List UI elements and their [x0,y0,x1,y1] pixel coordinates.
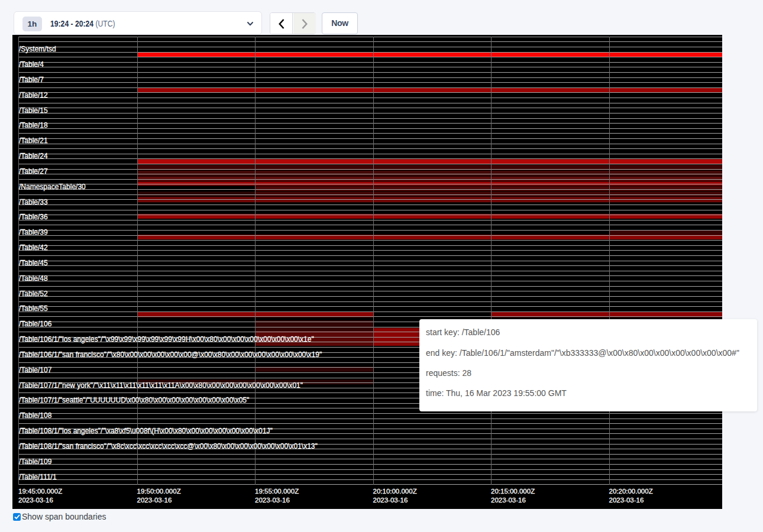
svg-text:/Table/107/1/"seattle"/"UUUUUU: /Table/107/1/"seattle"/"UUUUUUD\x00\x80\… [19,396,249,404]
svg-text:2023-03-16: 2023-03-16 [491,497,526,504]
svg-text:/NamespaceTable/30: /NamespaceTable/30 [19,183,86,191]
svg-text:19:50:00.000Z: 19:50:00.000Z [137,488,181,495]
svg-text:2023-03-16: 2023-03-16 [137,497,172,504]
svg-text:2023-03-16: 2023-03-16 [609,497,644,504]
svg-text:/Table/4: /Table/4 [19,60,44,69]
svg-text:/Table/108/1/"san francisco"/": /Table/108/1/"san francisco"/"\x8c\xcc\x… [19,442,318,450]
svg-text:/Table/108/1/"los angeles"/"\x: /Table/108/1/"los angeles"/"\xa8\xf5\u00… [19,427,273,435]
svg-text:19:55:00.000Z: 19:55:00.000Z [255,488,299,495]
svg-text:/Table/24: /Table/24 [19,152,48,160]
svg-text:/Table/52: /Table/52 [19,290,48,298]
svg-text:/Table/106: /Table/106 [19,320,52,328]
svg-text:2023-03-16: 2023-03-16 [373,497,408,504]
svg-text:2023-03-16: 2023-03-16 [18,497,53,504]
svg-text:/Table/42: /Table/42 [19,244,48,252]
svg-text:/Table/36: /Table/36 [19,213,48,221]
svg-text:20:15:00.000Z: 20:15:00.000Z [491,488,535,495]
svg-text:/Table/39: /Table/39 [19,228,48,236]
svg-text:/Table/108: /Table/108 [19,411,52,420]
svg-text:/Table/106/1/"los angeles"/"\x: /Table/106/1/"los angeles"/"\x99\x99\x99… [19,335,314,343]
svg-text:2023-03-16: 2023-03-16 [255,497,290,504]
svg-text:/Table/15: /Table/15 [19,106,48,115]
svg-text:/Table/27: /Table/27 [19,167,48,176]
svg-text:/Table/55: /Table/55 [19,304,48,313]
svg-text:/Table/109: /Table/109 [19,458,52,466]
svg-text:/Table/111/1: /Table/111/1 [19,473,57,481]
svg-text:/Table/33: /Table/33 [19,198,48,206]
svg-text:/Table/48: /Table/48 [19,274,48,283]
svg-text:19:45:00.000Z: 19:45:00.000Z [18,488,62,495]
svg-text:/Table/7: /Table/7 [19,76,44,84]
svg-text:/Table/106/1/"san francisco"/": /Table/106/1/"san francisco"/"\x80\x00\x… [19,351,322,359]
svg-text:/Table/12: /Table/12 [19,91,48,99]
svg-text:20:10:00.000Z: 20:10:00.000Z [373,488,417,495]
svg-text:/System/tsd: /System/tsd [19,45,56,53]
svg-text:/Table/21: /Table/21 [19,137,48,145]
svg-text:/Table/18: /Table/18 [19,121,48,129]
svg-text:/Table/45: /Table/45 [19,259,48,267]
svg-text:/Table/107: /Table/107 [19,366,52,374]
svg-text:20:20:00.000Z: 20:20:00.000Z [609,488,653,495]
svg-text:/Table/107/1/"new york"/"\x11\: /Table/107/1/"new york"/"\x11\x11\x11\x1… [19,381,303,390]
